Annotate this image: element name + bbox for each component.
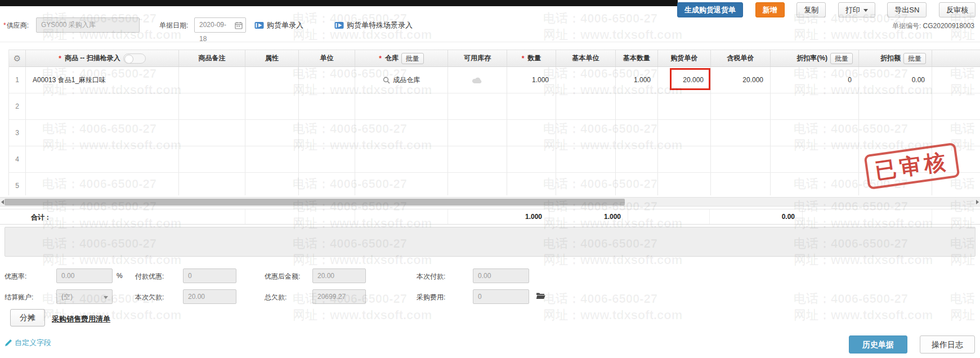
cell-base-quantity[interactable]	[616, 146, 658, 172]
cell-warehouse[interactable]	[355, 93, 448, 119]
scan-gun-toggle[interactable]	[123, 53, 146, 64]
cell-attribute[interactable]	[245, 67, 299, 93]
calendar-icon[interactable]	[235, 21, 243, 29]
custom-fields-link[interactable]: 自定义字段	[5, 338, 51, 348]
cell-purchase-price[interactable]	[658, 173, 711, 195]
cell-unit[interactable]	[299, 173, 355, 195]
order-entry-link[interactable]: 购货单录入	[254, 20, 303, 30]
expense-list-link[interactable]: 采购销售费用清单	[52, 314, 110, 324]
cell-warehouse[interactable]: 成品仓库	[355, 67, 448, 93]
cell-attribute[interactable]	[245, 93, 299, 119]
horizontal-scrollbar[interactable]	[0, 197, 980, 207]
history-button[interactable]: 历史单据	[849, 335, 907, 353]
cell-quantity[interactable]	[507, 146, 556, 172]
settlement-account-select[interactable]: (空)	[56, 289, 113, 304]
cell-available-stock[interactable]	[448, 146, 507, 172]
cell-discount-rate[interactable]	[771, 146, 859, 172]
purchase-expense-field[interactable]: 0	[473, 289, 529, 304]
cell-quantity[interactable]	[507, 93, 556, 119]
remark-textarea[interactable]	[5, 227, 975, 257]
add-new-button[interactable]: 新增	[755, 2, 785, 17]
cell-unit[interactable]	[299, 67, 355, 93]
cell-base-quantity[interactable]	[616, 173, 658, 195]
cell-warehouse[interactable]	[355, 173, 448, 195]
cell-purchase-price[interactable]: 20.000	[658, 67, 711, 93]
cell-product-remark[interactable]	[179, 67, 245, 93]
folder-icon[interactable]	[536, 292, 545, 299]
batch-button-warehouse[interactable]: 批量	[401, 53, 424, 64]
cell-base-unit[interactable]	[556, 120, 616, 146]
cell-quantity[interactable]	[507, 173, 556, 195]
cell-purchase-price[interactable]	[658, 120, 711, 146]
cell-discount-rate[interactable]	[771, 93, 859, 119]
generate-return-button[interactable]: 生成购货退货单	[677, 2, 743, 17]
cell-base-unit[interactable]	[556, 146, 616, 172]
cell-product[interactable]: A00013 食品1_麻辣口味	[26, 67, 179, 93]
cell-amount[interactable]	[932, 93, 980, 119]
current-payment-field[interactable]: 0.00	[473, 268, 529, 283]
cell-base-unit[interactable]	[556, 67, 616, 93]
cell-discount-amount[interactable]	[859, 120, 932, 146]
cell-attribute[interactable]	[245, 173, 299, 195]
cell-product[interactable]	[26, 120, 179, 146]
cell-unit[interactable]	[299, 93, 355, 119]
cell-unit[interactable]	[299, 120, 355, 146]
cell-discount-rate[interactable]	[771, 120, 859, 146]
cell-amount[interactable]	[932, 120, 980, 146]
batch-button-discount-amount[interactable]: 批量	[903, 53, 926, 64]
current-debt-field[interactable]: 20.00	[183, 289, 236, 304]
payment-discount-field[interactable]: 0	[183, 268, 236, 283]
cell-base-quantity[interactable]	[616, 120, 658, 146]
cell-base-unit[interactable]	[556, 173, 616, 195]
cell-available-stock[interactable]	[448, 120, 507, 146]
cell-discount-amount[interactable]	[859, 93, 932, 119]
cell-purchase-price[interactable]	[658, 146, 711, 172]
cell-product[interactable]	[26, 93, 179, 119]
scroll-left-arrow[interactable]	[1, 200, 4, 204]
batch-button-discount-rate[interactable]: 批量	[830, 53, 853, 64]
cell-warehouse[interactable]	[355, 120, 448, 146]
total-debt-field[interactable]: 20699.27	[312, 289, 366, 304]
cell-tax-price[interactable]	[711, 120, 771, 146]
cell-amount[interactable]	[932, 67, 980, 93]
cell-product-remark[interactable]	[179, 120, 245, 146]
cell-quantity[interactable]	[507, 120, 556, 146]
cell-base-quantity[interactable]	[616, 93, 658, 119]
cell-discount-rate[interactable]: 0	[771, 67, 859, 93]
cell-warehouse[interactable]	[355, 146, 448, 172]
search-icon[interactable]	[383, 77, 390, 84]
export-sn-button[interactable]: 导出SN	[887, 2, 927, 17]
cell-tax-price[interactable]	[711, 146, 771, 172]
copy-button[interactable]: 复制	[796, 2, 826, 17]
special-entry-link[interactable]: 购货单特殊场景录入	[334, 20, 413, 30]
cell-purchase-price[interactable]	[658, 93, 711, 119]
gear-icon[interactable]: ⚙	[14, 53, 21, 64]
cell-base-unit[interactable]	[556, 93, 616, 119]
cell-available-stock[interactable]	[448, 67, 507, 93]
operation-log-button[interactable]: 操作日志	[920, 335, 975, 353]
cell-quantity[interactable]: 1.000	[507, 67, 556, 93]
scrollbar-thumb[interactable]	[5, 199, 625, 205]
cell-discount-rate[interactable]	[771, 173, 859, 195]
allocate-button[interactable]: 分摊	[10, 309, 45, 326]
cell-available-stock[interactable]	[448, 173, 507, 195]
discount-rate-field[interactable]: 0.00	[56, 268, 113, 283]
date-field[interactable]: 2020-09-18	[194, 17, 246, 33]
cell-base-quantity[interactable]: 1.000	[616, 67, 658, 93]
cell-product[interactable]	[26, 146, 179, 172]
print-button[interactable]: 打印	[838, 2, 875, 17]
cell-tax-price[interactable]	[711, 173, 771, 195]
cell-product-remark[interactable]	[179, 173, 245, 195]
cell-product-remark[interactable]	[179, 93, 245, 119]
cell-tax-price[interactable]: 20.000	[711, 67, 771, 93]
cell-attribute[interactable]	[245, 120, 299, 146]
after-discount-field[interactable]: 20.00	[312, 268, 366, 283]
scroll-right-arrow[interactable]	[976, 200, 979, 204]
cell-available-stock[interactable]	[448, 93, 507, 119]
cell-discount-amount[interactable]: 0.00	[859, 67, 932, 93]
cell-tax-price[interactable]	[711, 93, 771, 119]
cell-product-remark[interactable]	[179, 146, 245, 172]
reverse-audit-button[interactable]: 反审核	[939, 2, 975, 17]
cell-unit[interactable]	[299, 146, 355, 172]
cell-attribute[interactable]	[245, 146, 299, 172]
